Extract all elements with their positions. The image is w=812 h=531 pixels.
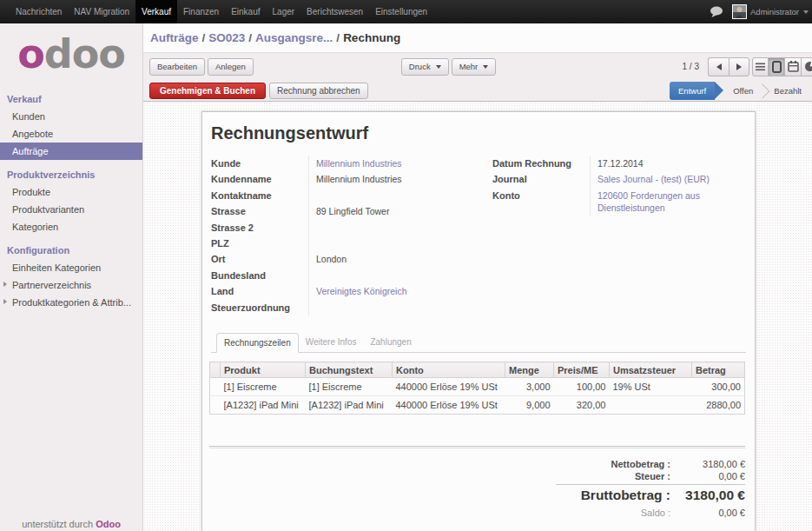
tab-weitere-infos[interactable]: Weitere Infos: [299, 333, 364, 353]
menu-verkauf[interactable]: Verkauf: [135, 0, 177, 23]
top-menu: Nachrichten NAV Migration Verkauf Finanz…: [10, 0, 433, 23]
field-value-land[interactable]: Vereinigtes Königreich: [308, 283, 492, 299]
list-view-icon: [756, 62, 765, 71]
column-handle: [210, 362, 221, 378]
totals-separator: [209, 446, 745, 448]
totals-block: Nettobetrag :3180,00 € Steuer :0,00 € Br…: [544, 458, 745, 519]
menu-berichtswesen[interactable]: Berichtswesen: [300, 0, 369, 23]
field-value-kundenname: Millennium Industries: [308, 171, 492, 187]
invoice-fields-left: KundeMillennium Industries KundennameMil…: [211, 156, 492, 315]
dropdown-caret-icon: [436, 65, 441, 69]
more-dropdown-button[interactable]: Mehr: [452, 58, 497, 76]
pager-next-button[interactable]: [729, 57, 749, 76]
create-button[interactable]: Anlegen: [208, 58, 254, 76]
graph-view-icon: [804, 61, 812, 72]
tax-label: Steuer :: [544, 471, 674, 481]
form-view-content: Rechnungsentwurf KundeMillennium Industr…: [143, 102, 812, 531]
list-view-button[interactable]: [752, 57, 769, 76]
statusbar-states: Entwurf Offen Bezahlt: [670, 82, 812, 100]
invoice-fields-right: Datum Rechnung17.12.2014 JournalSales Jo…: [492, 156, 746, 315]
sidebar-section-verkauf: Verkauf: [0, 90, 142, 108]
sidebar-item-kunden[interactable]: Kunden: [0, 108, 142, 125]
field-label-kundenname: Kundenname: [211, 171, 308, 187]
breadcrumb-ausgangsre[interactable]: Ausgangsre...: [255, 31, 333, 44]
field-value-steuerzuordnung: [308, 300, 492, 315]
field-label-journal: Journal: [492, 171, 590, 187]
column-produkt: Produkt: [221, 362, 306, 378]
field-label-bundesland: Bundesland: [211, 268, 308, 283]
top-navigation-bar: Nachrichten NAV Migration Verkauf Finanz…: [0, 0, 812, 23]
sidebar-item-einheiten-kategorien[interactable]: Einheiten Kategorien: [0, 259, 142, 276]
field-value-plz: [308, 236, 492, 251]
powered-by-footer: unterstützt durch Odoo: [0, 519, 142, 529]
sidebar-item-produktkategorien[interactable]: Produktkategorien & Attrib...: [0, 294, 142, 311]
balance-value: 0,00 €: [674, 508, 745, 518]
notebook: Rechnungszeilen Weitere Infos Zahlungen …: [211, 333, 746, 415]
field-label-konto: Konto: [492, 188, 590, 216]
field-label-kontaktname: Kontaktname: [211, 188, 308, 203]
net-amount-value: 3180,00 €: [674, 459, 745, 469]
field-label-plz: PLZ: [211, 236, 308, 251]
form-view-button[interactable]: [769, 57, 785, 76]
breadcrumb-row: Aufträge/SO023/Ausgangsre.../Rechnung: [143, 23, 812, 52]
table-row[interactable]: [A1232] iPad Mini [A1232] iPad Mini 4400…: [210, 396, 745, 415]
sidebar-item-kategorien[interactable]: Kategorien: [0, 218, 142, 236]
next-arrow-icon: [736, 63, 742, 70]
menu-nachrichten[interactable]: Nachrichten: [10, 0, 68, 23]
odoo-brand-link[interactable]: Odoo: [96, 519, 121, 529]
cancel-invoice-button[interactable]: Rechnung abbrechen: [269, 83, 368, 99]
sidebar-item-produktvarianten[interactable]: Produktvarianten: [0, 201, 142, 218]
invoice-lines-table: Produkt Buchungstext Konto Menge Preis/M…: [209, 362, 745, 415]
field-value-konto[interactable]: 120600 Forderungen aus Dienstleistungen: [590, 188, 746, 216]
breadcrumb-separator: /: [333, 31, 343, 44]
sidebar-section-konfiguration: Konfiguration: [0, 242, 142, 259]
sidebar-item-partnerverzeichnis[interactable]: Partnerverzeichnis: [0, 276, 142, 294]
pager-previous-button[interactable]: [708, 57, 729, 76]
field-label-ort: Ort: [211, 251, 308, 267]
user-avatar[interactable]: [732, 4, 747, 19]
calendar-view-icon: [788, 61, 799, 72]
user-name[interactable]: Administrator: [750, 7, 799, 17]
field-label-datum-rechnung: Datum Rechnung: [492, 156, 590, 171]
graph-view-button[interactable]: [802, 57, 812, 76]
menu-einstellungen[interactable]: Einstellungen: [369, 0, 433, 23]
breadcrumb: Aufträge/SO023/Ausgangsre.../Rechnung: [150, 31, 400, 44]
column-buchungstext: Buchungstext: [306, 362, 393, 378]
menu-einkauf[interactable]: Einkauf: [225, 0, 266, 23]
breadcrumb-so023[interactable]: SO023: [208, 31, 245, 44]
field-value-kontaktname: [308, 188, 492, 203]
messages-icon[interactable]: [710, 6, 723, 18]
menu-nav-migration[interactable]: NAV Migration: [68, 0, 135, 23]
table-row[interactable]: [1] Eiscreme [1] Eiscreme 440000 Erlöse …: [210, 378, 745, 396]
menu-finanzen[interactable]: Finanzen: [177, 0, 225, 23]
user-menu-caret-icon[interactable]: [803, 10, 809, 14]
breadcrumb-auftraege[interactable]: Aufträge: [150, 31, 199, 44]
edit-button[interactable]: Bearbeiten: [149, 58, 205, 76]
column-menge: Menge: [505, 362, 554, 378]
column-umsatzsteuer: Umsatzsteuer: [610, 362, 692, 378]
menu-lager[interactable]: Lager: [267, 0, 301, 23]
sidebar-item-auftraege[interactable]: Aufträge: [0, 143, 142, 160]
field-value-bundesland: [308, 268, 492, 283]
dropdown-caret-icon: [483, 65, 488, 69]
field-value-kunde[interactable]: Millennium Industries: [308, 156, 492, 171]
form-view-icon: [772, 61, 782, 73]
tab-rechnungszeilen[interactable]: Rechnungszeilen: [216, 333, 299, 353]
expand-arrow-icon[interactable]: [3, 299, 7, 304]
sidebar-item-angebote[interactable]: Angebote: [0, 125, 142, 143]
expand-arrow-icon[interactable]: [3, 282, 7, 287]
invoice-title: Rechnungsentwurf: [211, 123, 746, 143]
validate-button[interactable]: Genehmigen & Buchen: [149, 83, 266, 99]
pager-counter: 1 / 3: [683, 62, 699, 71]
field-value-ort: London: [308, 251, 492, 267]
table-header-row: Produkt Buchungstext Konto Menge Preis/M…: [210, 362, 745, 378]
sidebar-item-produkte[interactable]: Produkte: [0, 183, 142, 201]
field-value-strasse2: [308, 220, 492, 236]
print-dropdown-button[interactable]: Druck: [401, 58, 449, 76]
toolbar: Bearbeiten Anlegen Druck Mehr 1 / 3: [143, 52, 812, 80]
tab-zahlungen[interactable]: Zahlungen: [363, 333, 418, 353]
field-value-strasse: 89 Lingfield Tower: [308, 203, 492, 219]
field-value-journal[interactable]: Sales Journal - (test) (EUR): [590, 171, 746, 187]
calendar-view-button[interactable]: [785, 57, 802, 76]
breadcrumb-current: Rechnung: [343, 31, 400, 44]
